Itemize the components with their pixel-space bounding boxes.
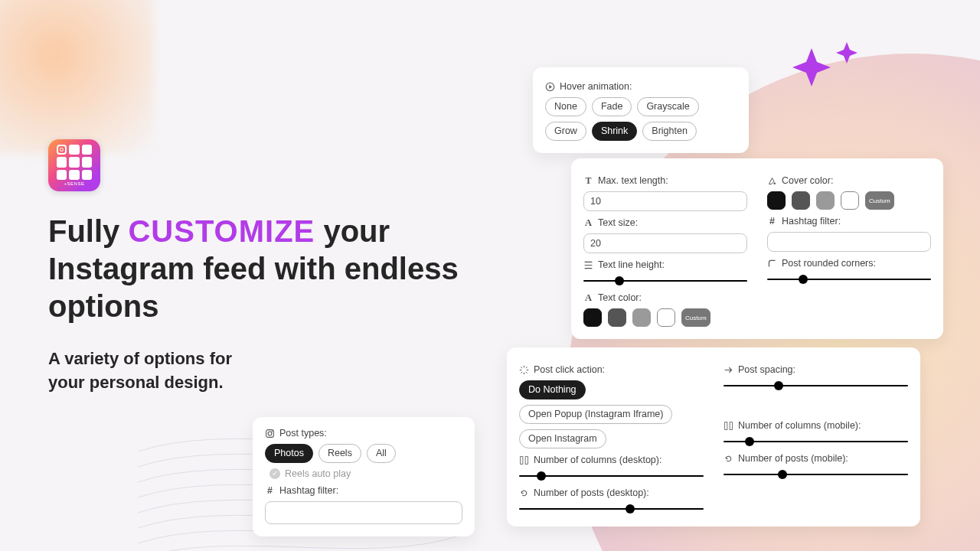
- label-text-size: A Text size:: [583, 217, 747, 228]
- pill-shrink[interactable]: Shrink: [592, 122, 637, 141]
- swatch-gray[interactable]: [632, 308, 651, 327]
- sparkle-icon: [789, 42, 873, 96]
- label-hashtag-filter: # Hashtag filter:: [767, 216, 931, 227]
- pill-grayscale[interactable]: Grayscale: [637, 97, 698, 116]
- background-blob-topleft: [0, 0, 153, 153]
- pill-fade[interactable]: Fade: [592, 97, 632, 116]
- label-line-height: Text line height:: [583, 259, 747, 270]
- pill-none[interactable]: None: [545, 97, 586, 116]
- swatch-custom[interactable]: Custom: [681, 308, 710, 327]
- swatch-black[interactable]: [583, 308, 602, 327]
- input-hashtag-filter-2[interactable]: [265, 501, 462, 524]
- cover-color-icon: [767, 176, 777, 186]
- font-size-icon: A: [583, 218, 593, 228]
- refresh-icon: [724, 454, 733, 464]
- input-text-size[interactable]: [583, 233, 747, 253]
- slider-rounded-corners[interactable]: [767, 274, 931, 285]
- svg-rect-5: [730, 422, 732, 429]
- svg-rect-3: [525, 456, 528, 464]
- label-click-action: Post click action:: [519, 364, 704, 375]
- arrow-right-icon: [724, 365, 733, 375]
- page-title: Fully CUSTOMIZE your Instagram feed with…: [48, 213, 523, 324]
- text-color-icon: A: [583, 293, 593, 303]
- svg-rect-6: [266, 429, 274, 437]
- input-max-text-length[interactable]: [583, 191, 747, 211]
- instagram-icon: [265, 429, 275, 439]
- checkbox-reels-autoplay[interactable]: ✓ Reels auto play: [270, 468, 351, 479]
- label-text-color: A Text color:: [583, 292, 747, 303]
- play-icon: [545, 82, 555, 92]
- pill-all[interactable]: All: [367, 444, 396, 463]
- label-posts-desktop: Number of posts (desktop):: [519, 487, 704, 498]
- pill-brighten[interactable]: Brighten: [642, 122, 697, 141]
- label-posts-mobile: Number of posts (mobile):: [724, 453, 908, 464]
- columns-icon: [724, 421, 733, 431]
- check-icon: ✓: [270, 468, 280, 479]
- label-rounded-corners: Post rounded corners:: [767, 258, 931, 269]
- input-hashtag-filter[interactable]: [767, 232, 931, 252]
- swatch-dgray[interactable]: [792, 191, 810, 210]
- slider-post-spacing[interactable]: [724, 380, 908, 391]
- panel-post-types: Post types: PhotosReelsAll ✓ Reels auto …: [253, 417, 475, 536]
- swatch-custom[interactable]: Custom: [865, 191, 894, 210]
- columns-icon: [519, 455, 529, 465]
- pill-open-instagram[interactable]: Open Instagram: [519, 429, 606, 448]
- swatches-text-color: Custom: [583, 308, 747, 327]
- label-hashtag-filter-2: # Hashtag filter:: [265, 485, 462, 496]
- subtitle: A variety of options for your personal d…: [48, 347, 523, 394]
- label-cols-mobile: Number of columns (mobile):: [724, 420, 908, 431]
- svg-point-1: [774, 182, 776, 184]
- headline-accent: CUSTOMIZE: [128, 214, 315, 248]
- svg-rect-4: [725, 422, 727, 429]
- swatch-white[interactable]: [657, 308, 675, 327]
- label-cols-desktop: Number of columns (desktop):: [519, 455, 704, 465]
- click-icon: [519, 365, 529, 375]
- svg-rect-2: [521, 456, 523, 464]
- hash-icon: #: [767, 217, 777, 227]
- app-icon: +SENSE: [48, 139, 100, 191]
- label-max-text-length: T Max. text length:: [583, 175, 747, 186]
- text-icon: T: [583, 176, 593, 186]
- slider-cols-desktop[interactable]: [519, 471, 704, 481]
- label-hover-text: Hover animation:: [560, 81, 632, 92]
- swatch-dgray[interactable]: [608, 308, 626, 327]
- headline-part1: Fully: [48, 214, 128, 248]
- hash-icon: #: [265, 486, 275, 496]
- pill-grow[interactable]: Grow: [545, 122, 586, 141]
- corner-icon: [767, 259, 777, 269]
- headline: Fully CUSTOMIZE your Instagram feed with…: [48, 213, 523, 394]
- label-hover-animation: Hover animation:: [545, 81, 737, 92]
- slider-line-height[interactable]: [583, 276, 747, 286]
- swatch-black[interactable]: [767, 191, 786, 210]
- click-action-options: Do NothingOpen Popup (Instagram Iframe)O…: [519, 380, 704, 448]
- panel-layout-settings: Post click action: Do NothingOpen Popup …: [507, 347, 920, 527]
- hover-options: NoneFadeGrayscaleGrowShrinkBrighten: [545, 97, 737, 141]
- label-post-spacing: Post spacing:: [724, 364, 908, 375]
- subtitle-line2: your personal design.: [48, 371, 523, 394]
- refresh-icon: [519, 488, 529, 498]
- swatch-white[interactable]: [841, 191, 859, 210]
- svg-point-8: [272, 430, 273, 431]
- app-icon-caption: +SENSE: [64, 181, 85, 186]
- slider-posts-mobile[interactable]: [724, 469, 908, 480]
- pill-photos[interactable]: Photos: [265, 444, 313, 463]
- line-height-icon: [583, 260, 593, 270]
- svg-point-7: [268, 432, 272, 435]
- swatches-cover-color: Custom: [767, 191, 931, 210]
- pill-do-nothing[interactable]: Do Nothing: [519, 380, 586, 399]
- subtitle-line1: A variety of options for: [48, 347, 523, 370]
- label-cover-color: Cover color:: [767, 175, 931, 186]
- panel-text-settings: T Max. text length: A Text size: Text li…: [571, 158, 943, 339]
- swatch-gray[interactable]: [816, 191, 835, 210]
- slider-posts-desktop[interactable]: [519, 504, 704, 514]
- label-post-types: Post types:: [265, 428, 462, 439]
- pill-reels[interactable]: Reels: [318, 444, 361, 463]
- slider-cols-mobile[interactable]: [724, 436, 908, 447]
- panel-hover-animation: Hover animation: NoneFadeGrayscaleGrowSh…: [533, 67, 749, 153]
- pill-open-popup-instagram-iframe-[interactable]: Open Popup (Instagram Iframe): [519, 405, 672, 424]
